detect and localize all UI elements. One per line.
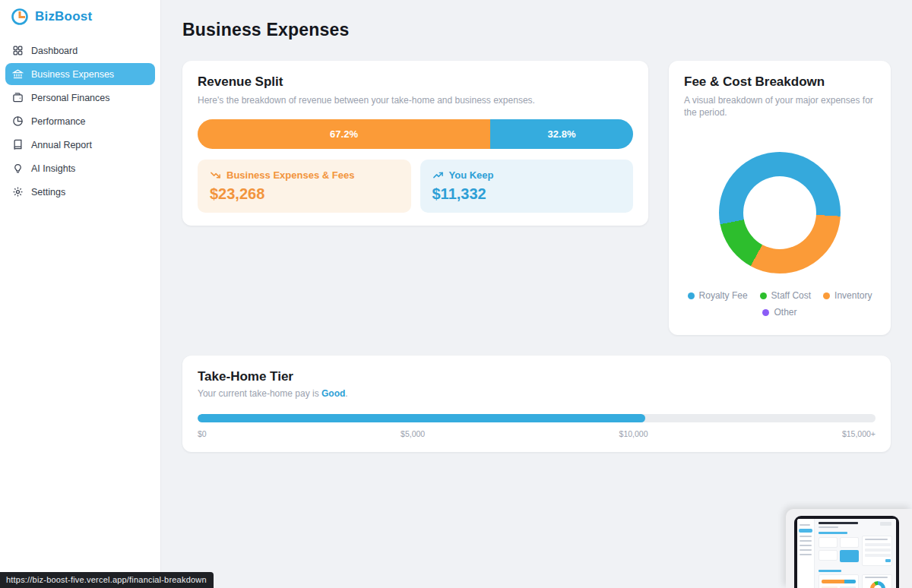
- tablet-frame: [794, 516, 899, 588]
- sidebar: BizBoost Dashboard Business Expenses Per…: [0, 0, 161, 588]
- legend-label: Staff Cost: [771, 290, 811, 301]
- legend-item-other: Other: [762, 307, 796, 318]
- sidebar-item-label: Dashboard: [31, 46, 78, 56]
- status-bar-url: https://biz-boost-five.vercel.app/financ…: [0, 572, 214, 588]
- brand-logo[interactable]: BizBoost: [0, 0, 160, 30]
- card-title: Fee & Cost Breakdown: [684, 74, 876, 90]
- tier-subtitle: Your current take-home pay is Good.: [198, 388, 876, 399]
- keep-summary-box: You Keep $11,332: [420, 160, 634, 213]
- gear-icon: [12, 186, 24, 198]
- sidebar-item-settings[interactable]: Settings: [5, 181, 155, 203]
- donut-legend: Royalty Fee Staff Cost Inventory Other: [684, 290, 876, 318]
- keep-bar-segment[interactable]: 32.8%: [490, 119, 633, 149]
- pie-icon: [12, 115, 24, 127]
- keep-label: You Keep: [449, 169, 494, 181]
- expenses-value: $23,268: [210, 185, 399, 203]
- sidebar-item-performance[interactable]: Performance: [5, 110, 155, 132]
- legend-dot: [823, 292, 830, 299]
- trending-down-icon: [210, 169, 221, 181]
- sidebar-item-dashboard[interactable]: Dashboard: [5, 40, 155, 62]
- expenses-summary-box: Business Expenses & Fees $23,268: [198, 160, 411, 213]
- fee-donut-chart[interactable]: [719, 152, 841, 273]
- sidebar-item-personal-finances[interactable]: Personal Finances: [5, 87, 155, 109]
- keep-percent-label: 32.8%: [548, 128, 576, 140]
- mini-dashboard: [815, 519, 896, 588]
- lightbulb-icon: [12, 163, 24, 174]
- card-title: Take-Home Tier: [198, 369, 876, 384]
- legend-label: Other: [774, 307, 796, 318]
- device-preview-thumbnail[interactable]: [786, 509, 912, 588]
- page-title: Business Expenses: [182, 20, 349, 40]
- take-home-progress-fill: [198, 414, 645, 422]
- sidebar-item-business-expenses[interactable]: Business Expenses: [5, 63, 155, 85]
- fee-cost-breakdown-card: Fee & Cost Breakdown A visual breakdown …: [669, 61, 891, 335]
- sidebar-item-label: Personal Finances: [31, 93, 110, 103]
- legend-label: Royalty Fee: [699, 290, 748, 301]
- sidebar-item-annual-report[interactable]: Annual Report: [5, 134, 155, 156]
- clock-logo-icon: [11, 8, 29, 26]
- wallet-icon: [12, 92, 24, 103]
- mini-sidebar: [797, 519, 815, 588]
- scale-tick: $10,000: [619, 429, 648, 438]
- scale-tick: $5,000: [401, 429, 425, 438]
- expenses-label: Business Expenses & Fees: [226, 169, 354, 181]
- progress-scale: $0 $5,000 $10,000 $15,000+: [198, 429, 876, 438]
- revenue-split-card: Revenue Split Here's the breakdown of re…: [182, 61, 648, 226]
- sidebar-item-ai-insights[interactable]: AI Insights: [5, 157, 155, 179]
- tablet-screen: [797, 519, 896, 588]
- sidebar-item-label: AI Insights: [31, 163, 75, 174]
- legend-dot: [688, 292, 695, 299]
- book-icon: [12, 139, 24, 150]
- take-home-tier-card: Take-Home Tier Your current take-home pa…: [182, 356, 891, 452]
- legend-dot: [760, 292, 767, 299]
- sidebar-item-label: Annual Report: [31, 140, 92, 150]
- brand-name: BizBoost: [35, 9, 92, 24]
- keep-value: $11,332: [432, 185, 622, 203]
- legend-dot: [762, 309, 769, 316]
- revenue-split-stacked-bar: 67.2% 32.8%: [198, 119, 633, 149]
- sidebar-item-label: Settings: [31, 187, 65, 198]
- card-subtitle: Here's the breakdown of revenue between …: [198, 94, 633, 106]
- scale-tick: $0: [198, 429, 207, 438]
- legend-label: Inventory: [834, 290, 872, 301]
- legend-item-staff-cost: Staff Cost: [760, 290, 811, 301]
- trending-up-icon: [432, 169, 444, 181]
- legend-item-royalty-fee: Royalty Fee: [688, 290, 748, 301]
- grid-icon: [12, 45, 24, 56]
- expenses-percent-label: 67.2%: [330, 128, 358, 140]
- card-subtitle: A visual breakdown of your major expense…: [684, 94, 876, 119]
- legend-item-inventory: Inventory: [823, 290, 872, 301]
- expenses-bar-segment[interactable]: 67.2%: [198, 119, 490, 149]
- tier-status-good: Good: [321, 388, 345, 399]
- main-content: Business Expenses Revenue Split Here's t…: [161, 0, 912, 588]
- card-title: Revenue Split: [198, 74, 633, 90]
- bank-icon: [12, 68, 24, 80]
- sidebar-nav: Dashboard Business Expenses Personal Fin…: [0, 40, 160, 203]
- sidebar-item-label: Performance: [31, 116, 86, 127]
- take-home-progress-track: [198, 414, 876, 422]
- sidebar-item-label: Business Expenses: [31, 69, 114, 80]
- scale-tick: $15,000+: [842, 429, 876, 438]
